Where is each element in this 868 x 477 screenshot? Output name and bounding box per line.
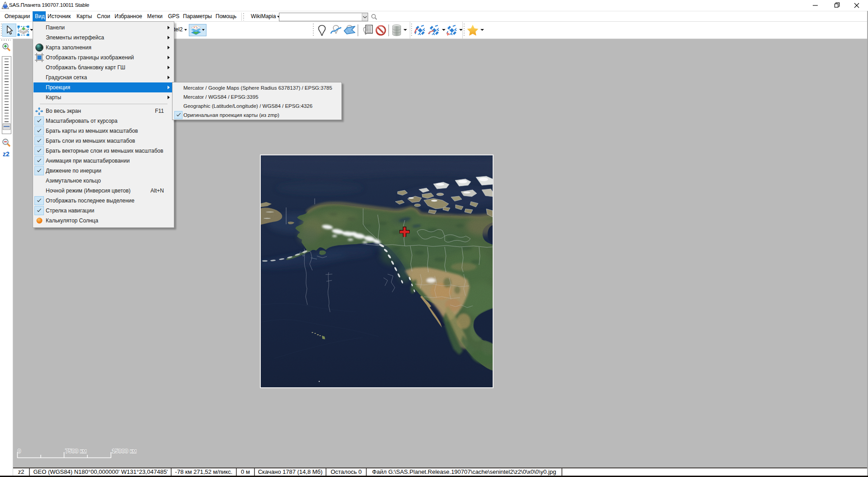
svg-text:7500 км: 7500 км <box>65 448 86 454</box>
svg-text:0: 0 <box>18 448 21 454</box>
svg-text:15000 км: 15000 км <box>112 448 137 454</box>
